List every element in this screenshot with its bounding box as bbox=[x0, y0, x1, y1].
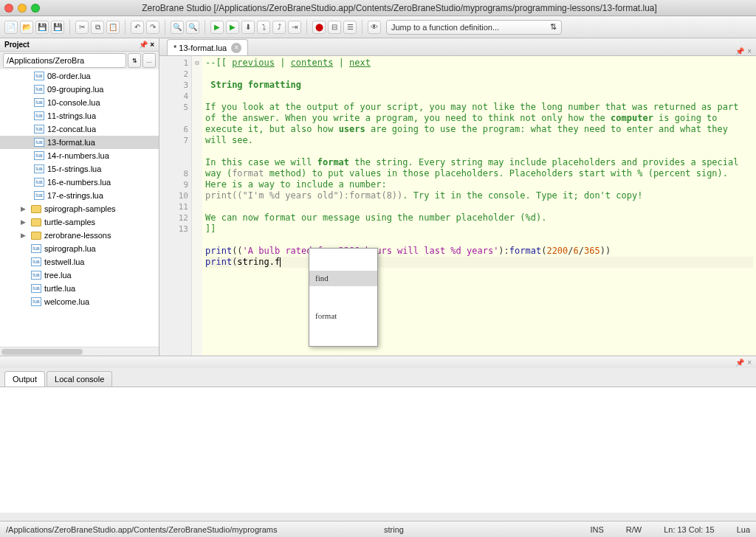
project-tree[interactable]: lua08-order.lualua09-grouping.lualua10-c… bbox=[0, 69, 159, 347]
status-bar: /Applications/ZeroBraneStudio.app/Conten… bbox=[0, 521, 756, 537]
minimize-window-button[interactable] bbox=[18, 4, 27, 13]
tab-close-button[interactable]: × bbox=[231, 43, 241, 53]
copy-button[interactable]: ⧉ bbox=[91, 21, 104, 34]
function-jump-dropdown[interactable]: Jump to a function definition... ⇅ bbox=[386, 20, 562, 35]
tab-label: * 13-format.lua bbox=[173, 44, 227, 52]
disclosure-triangle-icon[interactable]: ▶ bbox=[21, 218, 28, 226]
tree-file[interactable]: luatestwell.lua bbox=[0, 255, 159, 268]
tree-file[interactable]: lua09-grouping.lua bbox=[0, 83, 159, 96]
debug-button[interactable]: ▶ bbox=[226, 21, 239, 34]
lua-file-icon: lua bbox=[31, 244, 41, 253]
new-file-button[interactable]: 📄 bbox=[4, 21, 18, 34]
tree-item-label: spirograph-samples bbox=[44, 204, 116, 213]
project-path-input[interactable] bbox=[3, 53, 126, 68]
step-out-button[interactable]: ⤴ bbox=[272, 21, 286, 34]
autocomplete-item-format[interactable]: format bbox=[309, 308, 377, 324]
lua-file-icon: lua bbox=[34, 138, 44, 147]
tree-file[interactable]: lua14-r-numbers.lua bbox=[0, 149, 159, 162]
autocomplete-item-find[interactable]: find bbox=[309, 271, 377, 286]
break-button[interactable]: ⊟ bbox=[328, 21, 341, 34]
project-sidebar: Project 📌 × ⇅ … lua08-order.lualua09-gro… bbox=[0, 38, 159, 356]
output-tab[interactable]: Output bbox=[4, 371, 45, 387]
tree-item-label: testwell.lua bbox=[44, 257, 84, 266]
save-all-button[interactable]: 💾 bbox=[51, 21, 64, 34]
code-body[interactable]: --[[ previous | contents | next String f… bbox=[202, 56, 756, 356]
function-jump-label: Jump to a function definition... bbox=[391, 23, 499, 32]
lua-file-icon: lua bbox=[34, 164, 44, 173]
tree-file[interactable]: lua17-e-strings.lua bbox=[0, 189, 159, 202]
lua-file-icon: lua bbox=[34, 111, 44, 120]
tree-folder[interactable]: ▶turtle-samples bbox=[0, 215, 159, 229]
tree-file[interactable]: lua15-r-strings.lua bbox=[0, 162, 159, 176]
run-button[interactable]: ▶ bbox=[210, 21, 224, 34]
tree-file[interactable]: lua16-e-numbers.lua bbox=[0, 176, 159, 189]
panel-close-icon[interactable]: × bbox=[150, 41, 154, 49]
bottom-close-icon[interactable]: × bbox=[747, 358, 752, 367]
editor-area: * 13-format.lua × 📌× 12345 67 8910111213… bbox=[159, 38, 756, 356]
tree-item-label: 11-strings.lua bbox=[47, 111, 96, 120]
bottom-pin-icon[interactable]: 📌 bbox=[735, 358, 744, 367]
zoom-window-button[interactable] bbox=[31, 4, 40, 13]
disclosure-triangle-icon[interactable]: ▶ bbox=[21, 205, 28, 212]
project-panel-title: Project bbox=[4, 41, 30, 49]
folder-icon bbox=[31, 218, 41, 226]
replace-button[interactable]: 🔍 bbox=[186, 21, 199, 34]
tree-folder[interactable]: ▶zerobrane-lessons bbox=[0, 229, 159, 242]
save-button[interactable]: 💾 bbox=[35, 21, 49, 34]
open-file-button[interactable]: 📂 bbox=[20, 21, 33, 34]
watch-button[interactable]: 👁 bbox=[368, 21, 381, 34]
output-console[interactable] bbox=[0, 387, 756, 513]
editor-tab-active[interactable]: * 13-format.lua × bbox=[167, 39, 248, 55]
tree-item-label: 15-r-strings.lua bbox=[47, 164, 101, 173]
traffic-lights bbox=[4, 4, 40, 13]
project-panel-header: Project 📌 × bbox=[0, 38, 159, 52]
lua-file-icon: lua bbox=[31, 284, 41, 293]
find-button[interactable]: 🔍 bbox=[171, 21, 184, 34]
undo-button[interactable]: ↶ bbox=[131, 21, 144, 34]
redo-button[interactable]: ↷ bbox=[146, 21, 159, 34]
tree-file[interactable]: lua08-order.lua bbox=[0, 69, 159, 83]
paste-button[interactable]: 📋 bbox=[106, 21, 120, 34]
lua-file-icon: lua bbox=[34, 178, 44, 187]
folder-icon bbox=[31, 232, 41, 240]
tree-file[interactable]: luatree.lua bbox=[0, 268, 159, 282]
path-stepper-button[interactable]: ⇅ bbox=[128, 53, 141, 68]
tree-folder[interactable]: ▶spirograph-samples bbox=[0, 202, 159, 215]
tree-item-label: turtle-samples bbox=[44, 218, 95, 226]
stop-button[interactable]: ⬤ bbox=[312, 21, 326, 34]
status-position: Ln: 13 Col: 15 bbox=[664, 525, 715, 534]
step-into-button[interactable]: ⬇ bbox=[241, 21, 255, 34]
fold-column[interactable]: ⊟ bbox=[192, 56, 202, 356]
lua-file-icon: lua bbox=[34, 72, 44, 80]
editor-pin-icon[interactable]: 📌 bbox=[735, 47, 744, 55]
step-over-button[interactable]: ⤵ bbox=[257, 21, 270, 34]
tree-file[interactable]: lua11-strings.lua bbox=[0, 109, 159, 122]
tree-item-label: 10-console.lua bbox=[47, 98, 100, 107]
tree-file[interactable]: lua13-format.lua bbox=[0, 136, 159, 149]
tree-file[interactable]: lua10-console.lua bbox=[0, 96, 159, 109]
tree-file[interactable]: luaturtle.lua bbox=[0, 282, 159, 295]
editor-panel-close-icon[interactable]: × bbox=[747, 47, 752, 55]
panel-controls: 📌 × bbox=[139, 41, 154, 49]
window-titlebar: ZeroBrane Studio [/Applications/ZeroBran… bbox=[0, 0, 756, 16]
pin-icon[interactable]: 📌 bbox=[139, 41, 148, 49]
close-window-button[interactable] bbox=[4, 4, 13, 13]
tree-file[interactable]: luaspirograph.lua bbox=[0, 242, 159, 255]
tree-file[interactable]: luawelcome.lua bbox=[0, 295, 159, 308]
code-editor[interactable]: 12345 67 8910111213 ⊟ --[[ previous | co… bbox=[159, 56, 756, 356]
path-browse-button[interactable]: … bbox=[142, 53, 156, 68]
tree-item-label: 17-e-strings.lua bbox=[47, 191, 103, 200]
local-console-tab[interactable]: Local console bbox=[47, 371, 112, 387]
cut-button[interactable]: ✂ bbox=[75, 21, 89, 34]
main-toolbar: 📄 📂 💾 💾 ✂ ⧉ 📋 ↶ ↷ 🔍 🔍 ▶ ▶ ⬇ ⤵ ⤴ ⇥ ⬤ ⊟ ☰ … bbox=[0, 16, 756, 38]
lua-file-icon: lua bbox=[31, 271, 41, 280]
tree-file[interactable]: lua12-concat.lua bbox=[0, 122, 159, 136]
autocomplete-popup[interactable]: find format bbox=[309, 248, 378, 347]
tree-item-label: spirograph.lua bbox=[44, 244, 96, 253]
sidebar-hscrollbar[interactable] bbox=[0, 347, 159, 356]
lua-file-icon: lua bbox=[34, 191, 44, 200]
folder-icon bbox=[31, 205, 41, 213]
run-to-cursor-button[interactable]: ⇥ bbox=[288, 21, 301, 34]
disclosure-triangle-icon[interactable]: ▶ bbox=[21, 232, 28, 239]
stack-button[interactable]: ☰ bbox=[343, 21, 357, 34]
